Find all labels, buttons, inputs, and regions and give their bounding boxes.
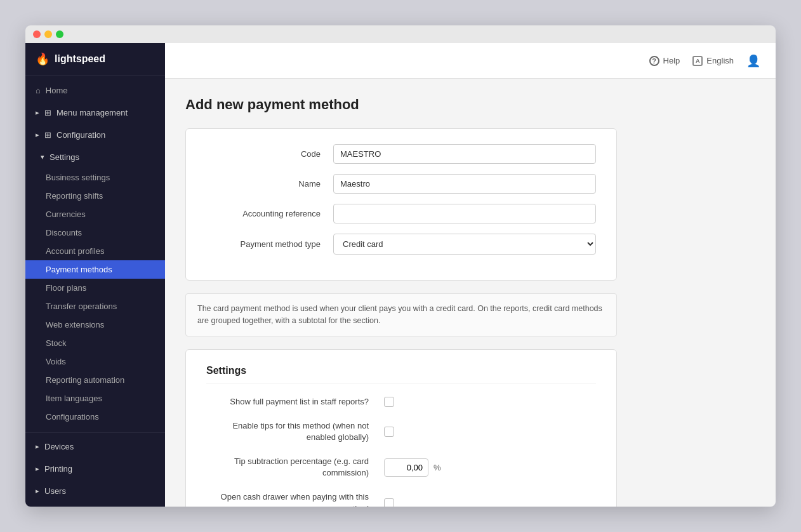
config-label: Configuration [56,130,105,140]
sidebar-sub-web-extensions[interactable]: Web extensions [25,316,165,334]
settings-label: Settings [50,152,79,162]
code-control [333,144,596,164]
sidebar-item-hardware[interactable]: ▸ Hardware [25,502,165,507]
sidebar: 🔥 lightspeed ⌂ Home ▸ ⊞ Menu management … [25,43,165,507]
payment-type-row: Payment method type Credit card Cash Deb… [206,234,596,255]
open-cash-drawer-row: Open cash drawer when paying with this m… [206,491,596,507]
name-label: Name [206,179,333,189]
config-caret: ▸ [36,131,39,139]
home-icon: ⌂ [36,86,41,95]
code-input[interactable] [333,144,596,164]
open-cash-drawer-checkbox[interactable] [384,498,394,507]
config-icon: ⊞ [44,130,51,140]
printing-caret: ▸ [36,465,39,473]
menu-mgmt-icon: ⊞ [44,108,51,117]
sidebar-sub-currencies[interactable]: Currencies [25,205,165,223]
name-row: Name [206,174,596,194]
payment-type-control: Credit card Cash Debit card Gift card Ot… [333,234,596,255]
sidebar-item-configuration[interactable]: ▸ ⊞ Configuration [25,124,165,146]
user-icon: 👤 [746,54,760,68]
sidebar-item-home[interactable]: ⌂ Home [25,79,165,102]
settings-card: Settings Show full payment list in staff… [185,349,617,507]
sidebar-item-menu-management[interactable]: ▸ ⊞ Menu management [25,102,165,124]
show-full-payment-label: Show full payment list in staff reports? [206,396,384,408]
tip-subtraction-row: Tip subtraction percentage (e.g. card co… [206,456,596,479]
code-label: Code [206,149,333,159]
content-area: Add new payment method Code Name [165,79,776,507]
user-avatar[interactable]: 👤 [746,54,760,68]
info-text: The card payment method is used when you… [197,304,602,325]
name-control [333,174,596,194]
tip-subtraction-control: % [384,458,441,477]
code-row: Code [206,144,596,164]
main-content: ? Help A English 👤 Add new payment metho… [165,43,776,507]
sidebar-sub-voids[interactable]: Voids [25,352,165,371]
language-icon: A [692,56,703,66]
sidebar-sub-reporting-automation[interactable]: Reporting automation [25,371,165,389]
tip-unit: % [434,463,441,472]
enable-tips-label: Enable tips for this method (when not en… [206,420,384,443]
sidebar-sub-business-settings[interactable]: Business settings [25,168,165,187]
sidebar-item-users[interactable]: ▸ Users [25,480,165,502]
sidebar-home-label: Home [46,86,68,95]
show-full-payment-checkbox[interactable] [384,397,394,407]
page-title: Add new payment method [185,96,755,113]
sidebar-sub-transfer-operations[interactable]: Transfer operations [25,297,165,316]
language-label: English [706,56,734,65]
accounting-label: Accounting reference [206,209,333,218]
show-full-payment-control [384,397,394,407]
payment-type-label: Payment method type [206,239,333,249]
logo-text: lightspeed [55,53,105,65]
settings-caret: ▾ [41,153,44,161]
accounting-input[interactable] [333,204,596,223]
sidebar-sub-item-languages[interactable]: Item languages [25,389,165,408]
sidebar-sub-reporting-shifts[interactable]: Reporting shifts [25,187,165,205]
topbar: ? Help A English 👤 [165,43,776,79]
devices-caret: ▸ [36,442,39,451]
open-cash-drawer-control [384,498,394,507]
printing-label: Printing [44,464,72,474]
sidebar-item-printing[interactable]: ▸ Printing [25,458,165,480]
devices-label: Devices [44,442,74,451]
help-button[interactable]: ? Help [649,56,680,66]
sidebar-sub-account-profiles[interactable]: Account profiles [25,242,165,260]
menu-mgmt-label: Menu management [56,108,128,117]
sidebar-sub-configurations[interactable]: Configurations [25,408,165,426]
payment-type-select[interactable]: Credit card Cash Debit card Gift card Ot… [333,234,596,255]
users-label: Users [44,486,66,496]
form-card: Code Name Accounting reference [185,128,617,281]
sidebar-item-devices[interactable]: ▸ Devices [25,436,165,458]
sidebar-sub-floor-plans[interactable]: Floor plans [25,279,165,297]
sidebar-sub-stock[interactable]: Stock [25,334,165,352]
enable-tips-checkbox[interactable] [384,427,394,437]
open-cash-drawer-label: Open cash drawer when paying with this m… [206,491,384,507]
logo-icon: 🔥 [36,52,50,66]
help-label: Help [663,56,680,65]
sidebar-sub-discounts[interactable]: Discounts [25,223,165,242]
users-caret: ▸ [36,487,39,495]
logo[interactable]: 🔥 lightspeed [25,43,165,76]
accounting-control [333,204,596,223]
tip-subtraction-label: Tip subtraction percentage (e.g. card co… [206,456,384,479]
info-box: The card payment method is used when you… [185,293,617,336]
settings-section-title: Settings [206,365,596,383]
enable-tips-control [384,427,394,437]
language-selector[interactable]: A English [692,56,734,66]
name-input[interactable] [333,174,596,194]
menu-icon: ▸ [36,109,39,117]
show-full-payment-row: Show full payment list in staff reports? [206,396,596,408]
enable-tips-row: Enable tips for this method (when not en… [206,420,596,443]
sidebar-sub-payment-methods[interactable]: Payment methods [25,260,165,279]
accounting-row: Accounting reference [206,204,596,223]
tip-subtraction-input[interactable] [384,458,428,477]
sidebar-item-settings[interactable]: ▾ Settings [25,146,165,168]
help-icon: ? [649,56,659,66]
